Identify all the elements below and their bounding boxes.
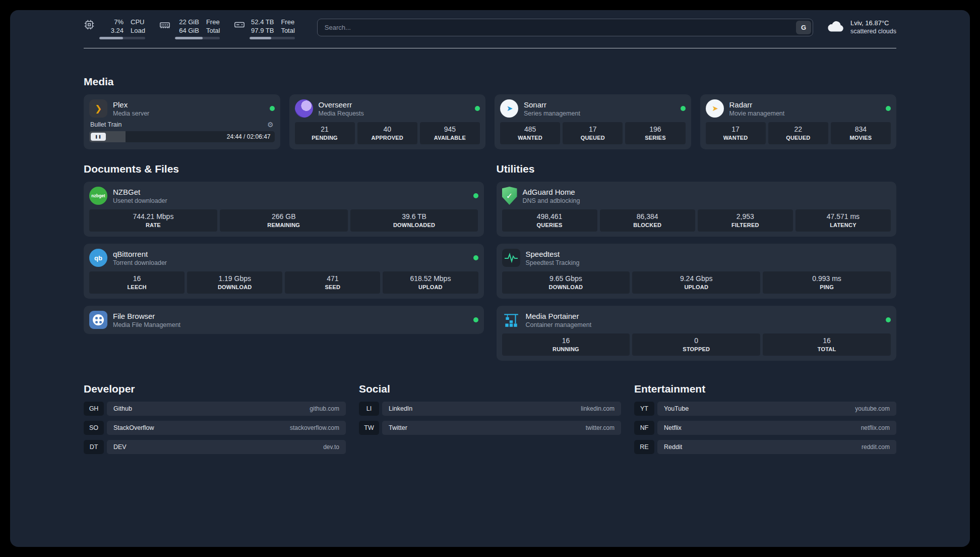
- speedtest-icon: [502, 249, 520, 267]
- topbar-divider: [84, 48, 896, 48]
- bookmark-name: Twitter: [389, 424, 407, 431]
- stat-block: 16 LEECH: [89, 271, 185, 294]
- service-card-adguard[interactable]: AdGuard Home DNS and adblocking 498,461 …: [497, 182, 897, 237]
- status-dot: [886, 317, 891, 322]
- stat-block: 2,953 FILTERED: [698, 209, 793, 232]
- stat-block: 196 SERIES: [625, 122, 685, 144]
- service-desc: Movie management: [729, 110, 785, 117]
- stat-label: QUERIES: [504, 222, 596, 228]
- bookmark-pill: YouTube youtube.com: [657, 402, 896, 416]
- service-desc: Torrent downloader: [113, 259, 167, 266]
- bookmark-pill: Reddit reddit.com: [657, 440, 896, 454]
- service-card-filebrowser[interactable]: File Browser Media File Management: [84, 306, 484, 334]
- bookmark-dev[interactable]: DT DEV dev.to: [84, 440, 346, 454]
- stat-label: SERIES: [627, 135, 684, 141]
- disk-icon: [234, 19, 245, 32]
- stat-value: 16: [504, 337, 629, 345]
- service-card-portainer[interactable]: Media Portainer Container management 16 …: [497, 306, 897, 361]
- service-desc: Media Requests: [319, 110, 364, 117]
- bookmark-group-social: Social LI LinkedIn linkedin.com TW Twitt…: [359, 383, 621, 454]
- cpu-label: CPU: [131, 18, 145, 26]
- bookmark-url: github.com: [310, 405, 339, 412]
- bookmark-twitter[interactable]: TW Twitter twitter.com: [359, 421, 621, 435]
- status-dot: [473, 255, 478, 260]
- stat-label: QUEUED: [770, 135, 827, 141]
- cloud-icon: [826, 19, 845, 36]
- cpu-widget: 7% CPU 3.24 Load: [84, 18, 145, 39]
- stat-value: 485: [502, 125, 559, 133]
- service-card-overseerr[interactable]: Overseerr Media Requests 21 PENDING 40 A…: [289, 94, 486, 149]
- service-name: AdGuard Home: [523, 188, 580, 196]
- stat-block: 266 GB REMAINING: [220, 209, 348, 232]
- service-card-plex[interactable]: Plex Media server Bullet Train: [84, 94, 280, 149]
- stat-value: 17: [707, 125, 764, 133]
- bookmark-url: youtube.com: [855, 405, 890, 412]
- memory-progress-bar: [175, 37, 220, 39]
- stat-block: 498,461 QUERIES: [502, 209, 597, 232]
- bookmark-pill: Netflix netflix.com: [657, 421, 896, 435]
- service-name: Media Portainer: [526, 312, 592, 320]
- stat-label: DOWNLOAD: [189, 284, 281, 290]
- status-dot: [270, 106, 275, 111]
- playback-time: 24:44 / 02:06:47: [227, 133, 275, 140]
- service-desc: Media File Management: [113, 321, 180, 328]
- filebrowser-icon: [89, 311, 107, 329]
- search-input[interactable]: [317, 19, 813, 36]
- bookmark-pill: Github github.com: [107, 402, 346, 416]
- bookmark-github[interactable]: GH Github github.com: [84, 402, 346, 416]
- search-provider-button[interactable]: G: [796, 21, 811, 34]
- bookmark-abbr: NF: [634, 421, 654, 435]
- stat-block: 86,384 BLOCKED: [600, 209, 695, 232]
- service-desc: Container management: [526, 321, 592, 328]
- bookmark-pill: StackOverflow stackoverflow.com: [107, 421, 346, 435]
- service-name: NZBGet: [113, 188, 167, 196]
- service-card-radarr[interactable]: Radarr Movie management 17 WANTED 22 QUE…: [700, 94, 897, 149]
- service-desc: Media server: [113, 110, 149, 117]
- stat-label: PING: [764, 284, 889, 290]
- adguard-icon: [502, 187, 517, 205]
- memory-total-label: Total: [206, 26, 220, 35]
- stat-label: SEED: [286, 284, 379, 290]
- stat-label: STOPPED: [634, 346, 759, 352]
- stat-label: TOTAL: [764, 346, 889, 352]
- stat-block: 471 SEED: [285, 271, 380, 294]
- section-title-entertainment: Entertainment: [634, 383, 896, 395]
- service-card-qbittorrent[interactable]: qb qBittorrent Torrent downloader 16 LEE…: [84, 244, 484, 299]
- dashboard-page: 7% CPU 3.24 Load 22 GiB Free 64 GiB: [10, 10, 970, 547]
- section-title-documents: Documents & Files: [84, 163, 484, 175]
- gear-icon[interactable]: [267, 121, 274, 128]
- bookmark-pill: DEV dev.to: [107, 440, 346, 454]
- bookmark-url: dev.to: [323, 443, 339, 451]
- stat-value: 86,384: [601, 212, 694, 220]
- bookmark-netflix[interactable]: NF Netflix netflix.com: [634, 421, 896, 435]
- stat-label: LEECH: [91, 284, 183, 290]
- stat-label: REMAINING: [221, 222, 346, 228]
- service-card-nzbget[interactable]: nzbget NZBGet Usenet downloader 744.21 M…: [84, 182, 484, 237]
- bookmark-abbr: TW: [359, 421, 379, 435]
- memory-total-value: 64 GiB: [175, 26, 199, 35]
- stat-value: 9.24 Gbps: [634, 274, 759, 283]
- section-media: Media Plex Media server Bullet Tra: [84, 76, 896, 149]
- search-bar: G: [317, 19, 813, 36]
- service-card-sonarr[interactable]: Sonarr Series management 485 WANTED 17 Q…: [495, 94, 691, 149]
- stat-block: 21 PENDING: [295, 122, 355, 144]
- service-card-speedtest[interactable]: Speedtest Speedtest Tracking 9.65 Gbps D…: [497, 244, 897, 299]
- bookmark-name: Netflix: [664, 424, 682, 431]
- stat-label: AVAILABLE: [421, 135, 478, 141]
- playback-progress-bar[interactable]: 24:44 / 02:06:47: [89, 131, 275, 142]
- cpu-load-label: Load: [131, 26, 145, 35]
- stat-value: 834: [832, 125, 889, 133]
- memory-free-value: 22 GiB: [175, 18, 199, 26]
- section-title-utilities: Utilities: [497, 163, 897, 175]
- bookmark-youtube[interactable]: YT YouTube youtube.com: [634, 402, 896, 416]
- stat-label: APPROVED: [359, 135, 416, 141]
- pause-button[interactable]: [91, 133, 106, 141]
- bookmark-linkedin[interactable]: LI LinkedIn linkedin.com: [359, 402, 621, 416]
- bookmark-reddit[interactable]: RE Reddit reddit.com: [634, 440, 896, 454]
- bookmark-stackoverflow[interactable]: SO StackOverflow stackoverflow.com: [84, 421, 346, 435]
- disk-widget: 52.4 TB Free 97.9 TB Total: [234, 18, 294, 39]
- stat-value: 2,953: [699, 212, 791, 220]
- disk-total-label: Total: [281, 26, 294, 35]
- bookmark-pill: LinkedIn linkedin.com: [382, 402, 621, 416]
- plex-icon: [89, 99, 107, 118]
